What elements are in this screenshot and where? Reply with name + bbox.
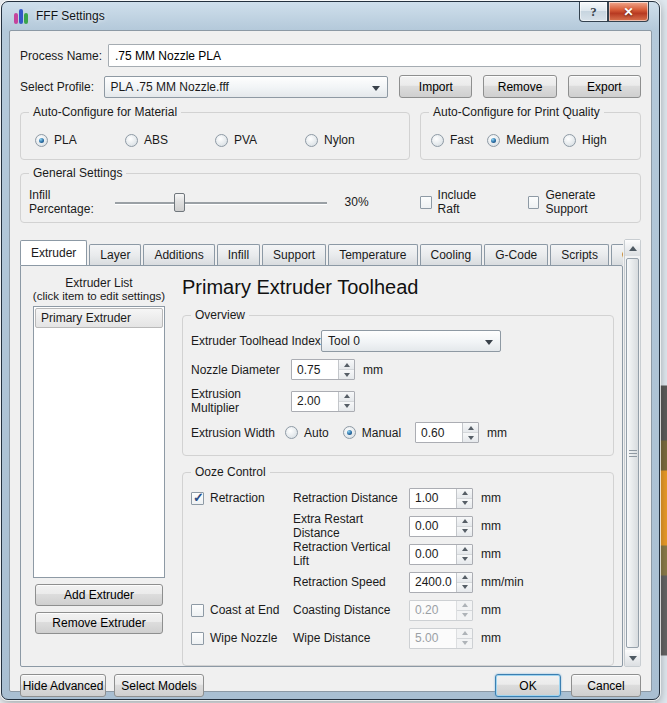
scroll-down-button[interactable] — [625, 650, 640, 666]
slider-groove[interactable] — [115, 202, 327, 204]
retraction-distance-spinbox[interactable]: 1.00 — [409, 488, 473, 509]
scrollbar-track[interactable] — [625, 256, 640, 650]
retraction-vertical-lift-spinbox[interactable]: 0.00 — [409, 544, 473, 565]
spin-up-icon[interactable] — [457, 517, 472, 527]
extra-restart-distance-value: 0.00 — [410, 517, 456, 536]
coasting-distance-value: 0.20 — [410, 601, 456, 620]
select-models-button[interactable]: Select Models — [114, 674, 204, 697]
spin-down-icon[interactable] — [457, 527, 472, 536]
tab-gcode[interactable]: G-Code — [484, 244, 548, 265]
remove-button[interactable]: Remove — [483, 75, 556, 98]
radio-high[interactable]: High — [563, 133, 607, 147]
radio-nylon[interactable]: Nylon — [305, 133, 395, 147]
unit-label: mm — [481, 491, 501, 505]
retraction-checkbox[interactable]: Retraction — [191, 491, 293, 505]
extra-restart-distance-spinbox[interactable]: 0.00 — [409, 516, 473, 537]
scrollbar-thumb[interactable] — [626, 258, 639, 648]
help-button[interactable]: ? — [579, 2, 608, 22]
chevron-down-icon — [372, 86, 380, 91]
import-button[interactable]: Import — [399, 75, 472, 98]
spin-down-icon[interactable] — [339, 370, 354, 379]
overview-group-title: Overview — [191, 308, 249, 322]
radio-dot-icon — [487, 134, 500, 147]
spin-up-icon[interactable] — [339, 360, 354, 370]
radio-pva[interactable]: PVA — [215, 133, 305, 147]
wipe-distance-label: Wipe Distance — [293, 631, 409, 645]
export-button[interactable]: Export — [568, 75, 641, 98]
spin-up-icon[interactable] — [457, 489, 472, 499]
add-extruder-button[interactable]: Add Extruder — [35, 584, 163, 606]
spin-down-icon[interactable] — [457, 583, 472, 592]
wipe-nozzle-checkbox[interactable]: Wipe Nozzle — [191, 631, 293, 645]
tab-extruder[interactable]: Extruder — [20, 240, 87, 265]
radio-dot-icon — [285, 426, 298, 439]
retraction-speed-value: 2400.0 — [410, 573, 456, 592]
extruder-list-hint: (click item to edit settings) — [33, 290, 165, 302]
nozzle-diameter-unit: mm — [363, 363, 383, 377]
include-raft-checkbox[interactable]: Include Raft — [420, 188, 496, 216]
vertical-scrollbar[interactable] — [624, 239, 641, 667]
profile-combobox[interactable]: PLA .75 MM Nozzle.fff — [104, 76, 389, 98]
window-title: FFF Settings — [36, 9, 105, 23]
ok-button[interactable]: OK — [495, 674, 561, 697]
tab-bar: Extruder Layer Additions Infill Support … — [20, 239, 623, 265]
coast-at-end-checkbox[interactable]: Coast at End — [191, 603, 293, 617]
infill-slider[interactable] — [115, 193, 327, 212]
scroll-up-button[interactable] — [625, 240, 640, 256]
radio-abs[interactable]: ABS — [125, 133, 215, 147]
close-button[interactable]: ✕ — [608, 2, 649, 22]
spin-down-icon[interactable] — [457, 499, 472, 508]
extrusion-width-spinbox[interactable]: 0.60 — [415, 422, 479, 443]
spin-down-icon[interactable] — [463, 433, 478, 442]
radio-high-label: High — [582, 133, 607, 147]
generate-support-checkbox[interactable]: Generate Support — [528, 188, 633, 216]
slider-handle-icon[interactable] — [174, 193, 185, 212]
retraction-vertical-lift-value: 0.00 — [410, 545, 456, 564]
radio-width-auto[interactable]: Auto — [285, 426, 329, 440]
toolhead-index-combobox[interactable]: Tool 0 — [321, 330, 501, 352]
nozzle-diameter-label: Nozzle Diameter — [191, 363, 291, 377]
cancel-button[interactable]: Cancel — [571, 674, 641, 697]
radio-width-manual[interactable]: Manual — [343, 426, 401, 440]
nozzle-diameter-value: 0.75 — [292, 360, 338, 379]
infill-percentage-label: Infill Percentage: — [29, 188, 111, 216]
unit-label: mm — [481, 519, 501, 533]
help-icon: ? — [590, 4, 597, 20]
remove-extruder-button[interactable]: Remove Extruder — [35, 612, 163, 634]
process-name-input[interactable] — [108, 44, 641, 67]
tab-scripts[interactable]: Scripts — [550, 244, 609, 265]
hide-advanced-button[interactable]: Hide Advanced — [20, 674, 106, 697]
list-item-primary-extruder[interactable]: Primary Extruder — [35, 308, 163, 328]
spin-down-icon[interactable] — [457, 555, 472, 564]
spin-up-icon[interactable] — [463, 423, 478, 433]
spin-up-icon[interactable] — [339, 392, 354, 402]
spin-up-icon[interactable] — [457, 573, 472, 583]
radio-pla[interactable]: PLA — [35, 133, 125, 147]
tab-temperature[interactable]: Temperature — [328, 244, 417, 265]
tab-layer[interactable]: Layer — [89, 244, 141, 265]
extrusion-width-value: 0.60 — [416, 423, 462, 442]
scroll-down-icon — [629, 656, 637, 661]
radio-medium[interactable]: Medium — [487, 133, 549, 147]
checkbox-icon — [191, 632, 204, 645]
extruder-listbox[interactable]: Primary Extruder — [33, 306, 165, 578]
title-bar[interactable]: FFF Settings ? ✕ — [2, 2, 659, 30]
spin-down-icon[interactable] — [339, 402, 354, 411]
radio-fast[interactable]: Fast — [431, 133, 473, 147]
coast-at-end-label: Coast at End — [210, 603, 279, 617]
unit-label: mm — [481, 547, 501, 561]
tab-infill[interactable]: Infill — [217, 244, 260, 265]
nozzle-diameter-spinbox[interactable]: 0.75 — [291, 359, 355, 380]
tab-cooling[interactable]: Cooling — [420, 244, 483, 265]
coasting-distance-spinbox: 0.20 — [409, 600, 473, 621]
wipe-nozzle-label: Wipe Nozzle — [210, 631, 277, 645]
process-name-label: Process Name: — [20, 49, 108, 63]
tab-support[interactable]: Support — [262, 244, 326, 265]
retraction-speed-spinbox[interactable]: 2400.0 — [409, 572, 473, 593]
spin-up-icon[interactable] — [457, 545, 472, 555]
extra-restart-distance-label: Extra Restart Distance — [293, 512, 409, 540]
retraction-distance-label: Retraction Distance — [293, 491, 409, 505]
tab-additions[interactable]: Additions — [143, 244, 214, 265]
tab-other[interactable]: Other — [611, 244, 623, 265]
extrusion-multiplier-spinbox[interactable]: 2.00 — [291, 391, 355, 412]
